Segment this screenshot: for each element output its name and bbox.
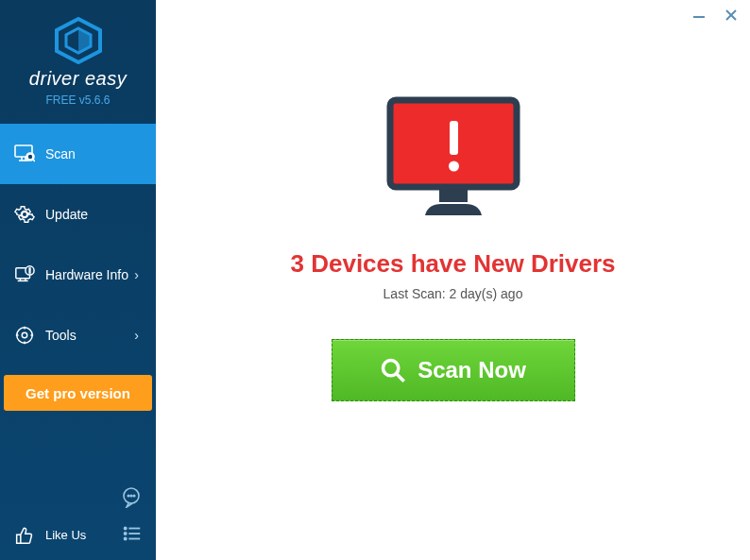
scan-headline: 3 Devices have New Drivers xyxy=(291,249,616,279)
feedback-icon[interactable] xyxy=(120,485,143,508)
svg-point-26 xyxy=(125,527,127,529)
scan-now-button[interactable]: Scan Now xyxy=(332,339,575,401)
svg-point-16 xyxy=(17,328,33,344)
svg-line-41 xyxy=(397,374,404,382)
svg-point-30 xyxy=(125,537,127,539)
app-version: FREE v5.6.6 xyxy=(0,93,156,107)
scan-button-label: Scan Now xyxy=(418,357,526,383)
gear-icon xyxy=(13,203,36,226)
svg-point-25 xyxy=(133,495,135,497)
minimize-button[interactable] xyxy=(690,6,708,25)
search-icon xyxy=(380,357,406,383)
nav: Scan Update i Hardware Inf xyxy=(0,124,156,365)
svg-point-39 xyxy=(449,161,459,172)
like-us-button[interactable]: Like Us xyxy=(0,514,156,560)
alert-monitor-icon xyxy=(383,94,524,225)
sidebar-item-label: Scan xyxy=(45,146,143,161)
svg-point-21 xyxy=(22,332,27,338)
svg-rect-37 xyxy=(439,189,468,202)
svg-point-24 xyxy=(130,495,132,497)
window-controls xyxy=(690,6,741,25)
sidebar-bottom: Like Us xyxy=(0,480,156,560)
app-name: driver easy xyxy=(0,68,156,90)
svg-point-23 xyxy=(128,495,129,497)
sidebar-item-tools[interactable]: Tools › xyxy=(0,305,156,365)
sidebar-item-hardware-info[interactable]: i Hardware Info › xyxy=(0,245,156,305)
sidebar: driver easy FREE v5.6.6 Scan xyxy=(0,0,156,560)
sidebar-item-scan[interactable]: Scan xyxy=(0,124,156,184)
app-logo-icon xyxy=(53,17,104,64)
svg-line-8 xyxy=(33,160,36,162)
svg-point-9 xyxy=(22,212,27,217)
main-panel: 3 Devices have New Drivers Last Scan: 2 … xyxy=(156,0,750,560)
tools-icon xyxy=(13,324,36,347)
close-button[interactable] xyxy=(722,6,741,25)
logo-area: driver easy FREE v5.6.6 xyxy=(0,0,156,116)
sidebar-item-label: Hardware Info xyxy=(45,267,134,282)
thumbs-up-icon xyxy=(13,524,36,547)
like-us-label: Like Us xyxy=(45,528,86,542)
chevron-right-icon: › xyxy=(134,328,139,343)
svg-rect-38 xyxy=(450,121,458,155)
svg-point-28 xyxy=(125,533,127,535)
chevron-right-icon: › xyxy=(134,267,139,282)
menu-list-icon[interactable] xyxy=(122,523,143,547)
monitor-scan-icon xyxy=(13,143,36,165)
get-pro-button[interactable]: Get pro version xyxy=(4,375,152,411)
last-scan-text: Last Scan: 2 day(s) ago xyxy=(384,286,523,301)
sidebar-item-label: Tools xyxy=(45,328,134,343)
sidebar-item-label: Update xyxy=(45,207,143,222)
hardware-info-icon: i xyxy=(13,263,36,286)
scan-content: 3 Devices have New Drivers Last Scan: 2 … xyxy=(156,0,750,401)
svg-point-40 xyxy=(384,361,399,376)
sidebar-item-update[interactable]: Update xyxy=(0,184,156,245)
